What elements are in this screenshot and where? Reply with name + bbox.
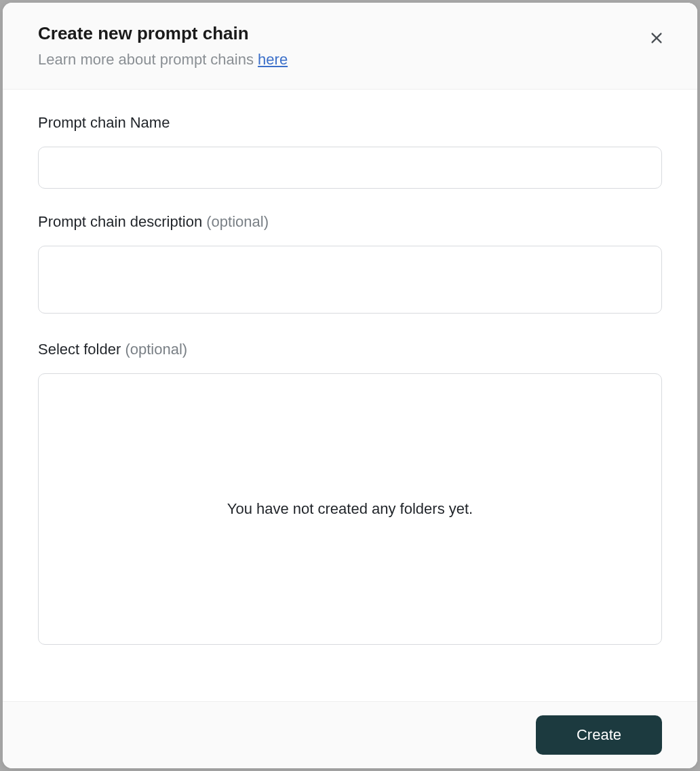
description-input[interactable]: [38, 246, 662, 314]
description-label-optional: (optional): [206, 213, 269, 230]
folder-select-box[interactable]: You have not created any folders yet.: [38, 373, 662, 645]
name-input[interactable]: [38, 147, 662, 189]
folder-label: Select folder (optional): [38, 341, 662, 358]
close-button[interactable]: [646, 27, 667, 49]
description-group: Prompt chain description (optional): [38, 213, 662, 316]
close-icon: [649, 31, 664, 45]
folder-label-optional: (optional): [125, 341, 187, 358]
modal-header: Create new prompt chain Learn more about…: [3, 3, 697, 90]
modal-title: Create new prompt chain: [38, 23, 662, 44]
description-label-main: Prompt chain description: [38, 213, 206, 230]
create-prompt-chain-modal: Create new prompt chain Learn more about…: [3, 3, 697, 768]
folder-label-main: Select folder: [38, 341, 125, 358]
folder-empty-text: You have not created any folders yet.: [227, 500, 473, 518]
learn-more-link[interactable]: here: [258, 51, 288, 68]
modal-body: Prompt chain Name Prompt chain descripti…: [3, 90, 697, 701]
subtitle-text: Learn more about prompt chains: [38, 51, 258, 68]
modal-footer: Create: [3, 701, 697, 768]
modal-subtitle: Learn more about prompt chains here: [38, 51, 662, 69]
folder-group: Select folder (optional) You have not cr…: [38, 341, 662, 645]
create-button[interactable]: Create: [536, 715, 662, 755]
name-group: Prompt chain Name: [38, 114, 662, 189]
name-label: Prompt chain Name: [38, 114, 662, 132]
description-label: Prompt chain description (optional): [38, 213, 662, 231]
